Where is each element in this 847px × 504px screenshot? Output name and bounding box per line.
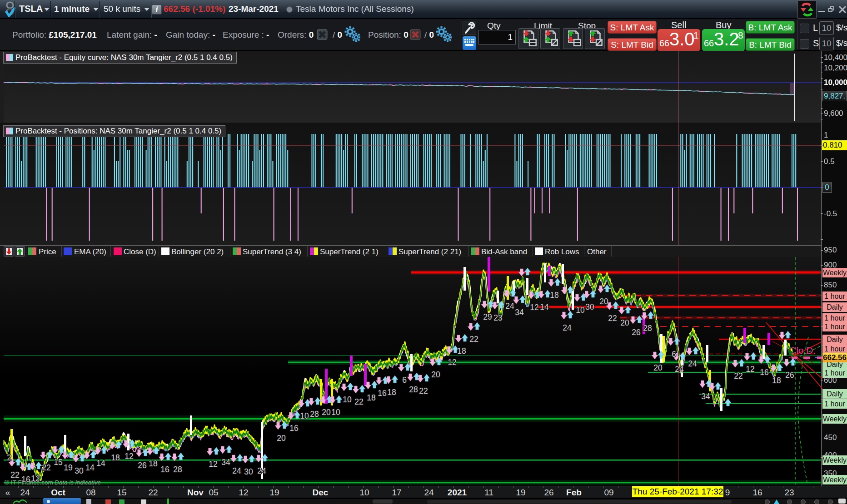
svg-text:18: 18 bbox=[550, 291, 558, 300]
svg-text:14: 14 bbox=[540, 302, 549, 311]
svg-text:6: 6 bbox=[402, 376, 407, 385]
svg-text:19: 19 bbox=[64, 463, 72, 472]
svg-text:28: 28 bbox=[173, 465, 182, 474]
svg-text:16: 16 bbox=[289, 424, 298, 433]
svg-text:12: 12 bbox=[448, 358, 456, 367]
svg-text:10: 10 bbox=[300, 411, 309, 420]
svg-text:26: 26 bbox=[632, 328, 640, 337]
svg-text:© IT-Finance.com: © IT-Finance.com bbox=[5, 479, 53, 486]
svg-text:16: 16 bbox=[760, 368, 768, 377]
svg-text:22: 22 bbox=[419, 386, 428, 395]
svg-text:22: 22 bbox=[354, 397, 363, 406]
svg-text:24: 24 bbox=[563, 323, 572, 332]
svg-text:22: 22 bbox=[42, 463, 50, 472]
svg-text:20: 20 bbox=[620, 318, 629, 327]
svg-text:16: 16 bbox=[378, 389, 386, 398]
svg-text:10: 10 bbox=[331, 408, 340, 417]
svg-text:18: 18 bbox=[457, 346, 466, 356]
svg-text:10: 10 bbox=[576, 306, 585, 315]
svg-text:15: 15 bbox=[54, 458, 62, 467]
svg-text:28: 28 bbox=[310, 410, 319, 419]
svg-text:20: 20 bbox=[322, 408, 331, 417]
svg-text:28: 28 bbox=[409, 385, 418, 394]
svg-text:20: 20 bbox=[431, 370, 440, 379]
svg-text:34: 34 bbox=[515, 308, 524, 317]
svg-text:24: 24 bbox=[688, 359, 697, 368]
svg-text:22: 22 bbox=[469, 335, 478, 344]
svg-text:16: 16 bbox=[160, 465, 169, 474]
svg-text:28: 28 bbox=[643, 324, 652, 333]
svg-text:18: 18 bbox=[772, 376, 781, 385]
svg-text:18: 18 bbox=[111, 453, 120, 462]
svg-text:24: 24 bbox=[257, 466, 266, 475]
svg-text:Clo D.: Clo D. bbox=[789, 345, 816, 356]
svg-text:20: 20 bbox=[653, 363, 663, 372]
svg-text:10: 10 bbox=[343, 395, 352, 404]
svg-text:12: 12 bbox=[125, 452, 133, 461]
svg-text:18: 18 bbox=[367, 393, 375, 402]
svg-text:29: 29 bbox=[483, 312, 492, 321]
svg-text:Data is indicative: Data is indicative bbox=[55, 479, 101, 486]
svg-text:20: 20 bbox=[599, 297, 608, 306]
svg-text:2: 2 bbox=[7, 453, 11, 462]
svg-text:18: 18 bbox=[387, 388, 396, 397]
svg-text:30: 30 bbox=[585, 302, 594, 311]
svg-text:24: 24 bbox=[505, 301, 514, 311]
svg-text:24: 24 bbox=[675, 365, 684, 374]
svg-text:6: 6 bbox=[672, 350, 676, 359]
svg-text:12: 12 bbox=[209, 460, 217, 469]
svg-text:12: 12 bbox=[746, 365, 754, 374]
svg-text:34: 34 bbox=[221, 458, 230, 467]
svg-text:20: 20 bbox=[277, 434, 286, 443]
svg-text:12: 12 bbox=[530, 303, 538, 312]
svg-text:26: 26 bbox=[785, 371, 794, 380]
svg-text:22: 22 bbox=[10, 470, 19, 479]
svg-text:30: 30 bbox=[75, 466, 84, 475]
svg-text:18: 18 bbox=[149, 459, 157, 468]
svg-text:23: 23 bbox=[493, 313, 502, 322]
svg-text:14: 14 bbox=[96, 459, 105, 468]
svg-text:30: 30 bbox=[244, 467, 253, 476]
svg-text:14: 14 bbox=[85, 463, 95, 472]
svg-text:34: 34 bbox=[701, 392, 710, 401]
svg-text:24: 24 bbox=[232, 466, 241, 475]
svg-text:22: 22 bbox=[608, 314, 617, 323]
svg-text:22: 22 bbox=[734, 371, 742, 380]
svg-text:26: 26 bbox=[138, 461, 146, 470]
